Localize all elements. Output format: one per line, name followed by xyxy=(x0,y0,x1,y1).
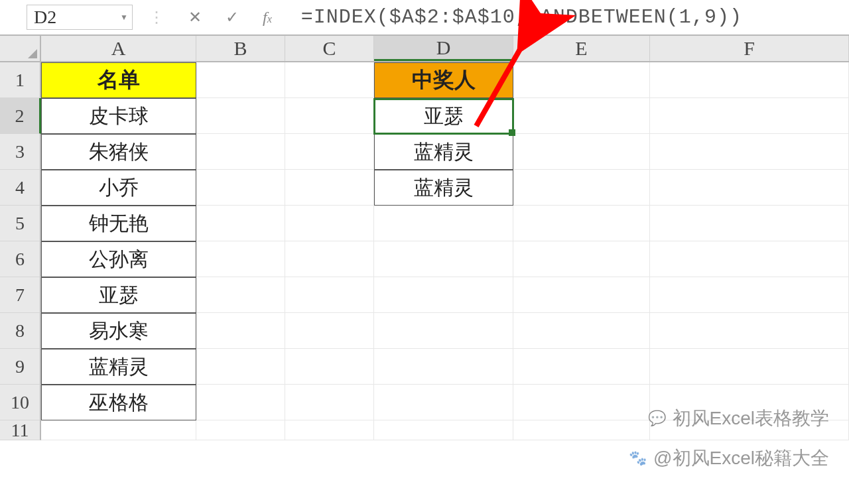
cell-D6[interactable] xyxy=(374,241,513,277)
cell-E8[interactable] xyxy=(513,313,650,349)
confirm-icon[interactable] xyxy=(226,8,239,27)
cell-E5[interactable] xyxy=(513,206,650,241)
select-all-corner[interactable] xyxy=(0,36,41,61)
cell-E11[interactable] xyxy=(513,420,650,440)
cell-E10[interactable] xyxy=(513,385,650,420)
row-header-8[interactable]: 8 xyxy=(0,313,41,349)
formula-input[interactable]: =INDEX($A$2:$A$10,RANDBETWEEN(1,9)) xyxy=(288,6,849,29)
row-2: 2 皮卡球 亚瑟 xyxy=(0,98,849,134)
cell-B2[interactable] xyxy=(196,98,285,134)
cell-D9[interactable] xyxy=(374,349,513,385)
cell-E1[interactable] xyxy=(513,62,650,98)
cell-A10[interactable]: 巫格格 xyxy=(41,385,196,420)
cell-A8[interactable]: 易水寒 xyxy=(41,313,196,349)
row-header-3[interactable]: 3 xyxy=(0,134,41,170)
row-7: 7 亚瑟 xyxy=(0,277,849,313)
cell-C1[interactable] xyxy=(285,62,374,98)
col-header-A[interactable]: A xyxy=(41,36,196,61)
cell-A6[interactable]: 公孙离 xyxy=(41,241,196,277)
row-8: 8 易水寒 xyxy=(0,313,849,349)
cell-C7[interactable] xyxy=(285,277,374,313)
cell-C6[interactable] xyxy=(285,241,374,277)
cell-B7[interactable] xyxy=(196,277,285,313)
cell-A7[interactable]: 亚瑟 xyxy=(41,277,196,313)
cell-D1[interactable]: 中奖人 xyxy=(374,62,513,98)
name-box-dropdown-icon[interactable]: ▼ xyxy=(120,13,128,23)
cell-C11[interactable] xyxy=(285,420,374,440)
row-header-10[interactable]: 10 xyxy=(0,385,41,420)
cell-F5[interactable] xyxy=(650,206,849,241)
formula-bar-buttons: ⋮ ✕ fx xyxy=(133,8,288,27)
paw-icon: 🐾 xyxy=(629,450,647,467)
row-4: 4 小乔 蓝精灵 xyxy=(0,170,849,206)
cell-B9[interactable] xyxy=(196,349,285,385)
row-header-7[interactable]: 7 xyxy=(0,277,41,313)
cell-B1[interactable] xyxy=(196,62,285,98)
cell-F8[interactable] xyxy=(650,313,849,349)
cell-D8[interactable] xyxy=(374,313,513,349)
cell-B6[interactable] xyxy=(196,241,285,277)
cell-D2[interactable]: 亚瑟 xyxy=(374,98,513,134)
cell-A11[interactable] xyxy=(41,420,196,440)
cell-F3[interactable] xyxy=(650,134,849,170)
cell-E6[interactable] xyxy=(513,241,650,277)
cancel-icon[interactable]: ✕ xyxy=(188,8,202,27)
cell-C2[interactable] xyxy=(285,98,374,134)
wechat-icon: 💬 xyxy=(648,410,666,427)
cell-B8[interactable] xyxy=(196,313,285,349)
cell-E2[interactable] xyxy=(513,98,650,134)
cell-B3[interactable] xyxy=(196,134,285,170)
row-header-1[interactable]: 1 xyxy=(0,62,41,98)
cell-A9[interactable]: 蓝精灵 xyxy=(41,349,196,385)
col-header-E[interactable]: E xyxy=(513,36,650,61)
cell-D10[interactable] xyxy=(374,385,513,420)
cell-F1[interactable] xyxy=(650,62,849,98)
cell-C10[interactable] xyxy=(285,385,374,420)
name-box[interactable]: D2 ▼ xyxy=(27,5,133,30)
cell-F4[interactable] xyxy=(650,170,849,206)
cell-C8[interactable] xyxy=(285,313,374,349)
row-header-9[interactable]: 9 xyxy=(0,349,41,385)
cell-A2[interactable]: 皮卡球 xyxy=(41,98,196,134)
cell-F2[interactable] xyxy=(650,98,849,134)
spreadsheet-grid: A B C D E F 1 名单 中奖人 2 皮卡球 亚瑟 3 朱猪侠 蓝精灵 … xyxy=(0,36,849,440)
col-header-C[interactable]: C xyxy=(285,36,374,61)
row-5: 5 钟无艳 xyxy=(0,206,849,241)
cell-E4[interactable] xyxy=(513,170,650,206)
col-header-B[interactable]: B xyxy=(196,36,285,61)
cell-B5[interactable] xyxy=(196,206,285,241)
cell-A1[interactable]: 名单 xyxy=(41,62,196,98)
cell-B4[interactable] xyxy=(196,170,285,206)
fx-icon[interactable]: fx xyxy=(263,9,272,27)
cell-D5[interactable] xyxy=(374,206,513,241)
cell-F9[interactable] xyxy=(650,349,849,385)
col-header-F[interactable]: F xyxy=(650,36,849,61)
cell-B10[interactable] xyxy=(196,385,285,420)
cell-E7[interactable] xyxy=(513,277,650,313)
cell-F6[interactable] xyxy=(650,241,849,277)
row-header-5[interactable]: 5 xyxy=(0,206,41,241)
row-header-6[interactable]: 6 xyxy=(0,241,41,277)
cell-A3[interactable]: 朱猪侠 xyxy=(41,134,196,170)
cell-D11[interactable] xyxy=(374,420,513,440)
watermark-1-text: 初风Excel表格教学 xyxy=(673,406,829,431)
cell-A5[interactable]: 钟无艳 xyxy=(41,206,196,241)
cell-B11[interactable] xyxy=(196,420,285,440)
row-header-11[interactable]: 11 xyxy=(0,420,41,440)
cell-D4[interactable]: 蓝精灵 xyxy=(374,170,513,206)
cell-C3[interactable] xyxy=(285,134,374,170)
cell-D3[interactable]: 蓝精灵 xyxy=(374,134,513,170)
cell-E3[interactable] xyxy=(513,134,650,170)
cell-C4[interactable] xyxy=(285,170,374,206)
cell-D7[interactable] xyxy=(374,277,513,313)
cell-C5[interactable] xyxy=(285,206,374,241)
column-headers: A B C D E F xyxy=(0,36,849,62)
col-header-D[interactable]: D xyxy=(374,36,513,61)
row-6: 6 公孙离 xyxy=(0,241,849,277)
cell-E9[interactable] xyxy=(513,349,650,385)
cell-F7[interactable] xyxy=(650,277,849,313)
row-header-4[interactable]: 4 xyxy=(0,170,41,206)
row-header-2[interactable]: 2 xyxy=(0,98,41,134)
cell-C9[interactable] xyxy=(285,349,374,385)
cell-A4[interactable]: 小乔 xyxy=(41,170,196,206)
